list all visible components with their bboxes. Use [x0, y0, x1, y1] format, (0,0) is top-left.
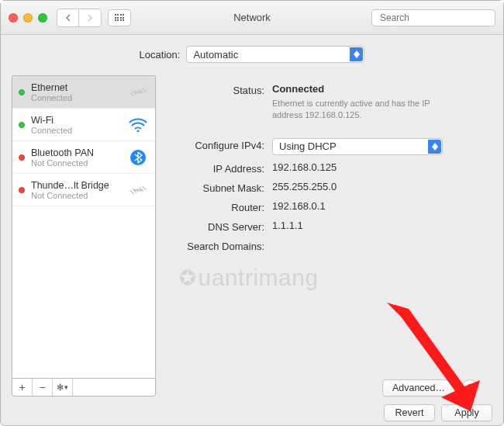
apply-button[interactable]: Apply	[441, 404, 492, 421]
subnet-mask-value: 255.255.255.0	[272, 181, 486, 192]
thunderbolt-bridge-icon	[127, 182, 149, 199]
service-name: Wi-Fi	[31, 115, 121, 126]
svg-point-8	[140, 189, 142, 191]
svg-point-5	[137, 130, 140, 132]
footer-buttons: Revert Apply	[1, 397, 503, 421]
chevron-down-icon: ▾	[64, 383, 68, 391]
location-value: Automatic	[193, 49, 238, 61]
help-button[interactable]: ?	[461, 379, 478, 397]
nav-back-button[interactable]	[57, 9, 79, 26]
svg-point-4	[134, 91, 136, 93]
details-pane: Status: Connected Ethernet is currently …	[164, 75, 492, 397]
advanced-button[interactable]: Advanced…	[382, 379, 455, 397]
service-status: Not Connected	[31, 158, 121, 168]
status-label: Status:	[164, 83, 272, 96]
wifi-icon	[127, 118, 149, 132]
sidebar-toolbar: + − ✻▾	[12, 378, 156, 397]
svg-point-3	[140, 91, 142, 93]
dns-server-value: 1.1.1.1	[272, 220, 486, 231]
nav-forward-button[interactable]	[79, 9, 101, 26]
ip-address-label: IP Address:	[164, 161, 272, 175]
service-item-bluetooth[interactable]: Bluetooth PAN Not Connected	[12, 141, 155, 174]
content-area: Ethernet Connected Wi-Fi	[1, 71, 503, 397]
service-name: Thunde…lt Bridge	[31, 180, 121, 191]
grid-icon	[115, 14, 125, 21]
service-list: Ethernet Connected Wi-Fi	[12, 75, 156, 378]
ip-address-value: 192.168.0.125	[272, 161, 486, 173]
service-status: Not Connected	[31, 191, 121, 200]
router-value: 192.168.0.1	[272, 200, 486, 212]
revert-button[interactable]: Revert	[384, 404, 435, 421]
service-status: Connected	[31, 126, 121, 135]
service-sidebar: Ethernet Connected Wi-Fi	[12, 75, 156, 397]
close-icon[interactable]	[9, 13, 18, 23]
configure-ipv4-select[interactable]: Using DHCP	[272, 138, 443, 155]
show-all-button[interactable]	[108, 9, 131, 26]
svg-point-7	[137, 189, 140, 191]
service-item-ethernet[interactable]: Ethernet Connected	[12, 76, 155, 109]
configure-label: Configure IPv4:	[164, 138, 272, 151]
location-select[interactable]: Automatic	[186, 46, 364, 63]
dns-server-label: DNS Server:	[164, 220, 272, 233]
gear-icon: ✻	[57, 383, 64, 393]
service-status: Connected	[31, 93, 121, 102]
zoom-icon[interactable]	[38, 13, 47, 23]
bluetooth-icon	[127, 149, 149, 166]
location-label: Location:	[140, 49, 181, 61]
service-item-wifi[interactable]: Wi-Fi Connected	[12, 109, 155, 141]
status-dot-icon	[19, 154, 25, 161]
service-name: Bluetooth PAN	[31, 147, 121, 158]
ethernet-icon	[127, 84, 149, 101]
service-actions-button[interactable]: ✻▾	[53, 379, 73, 396]
status-value: Connected	[272, 83, 486, 95]
titlebar: Network	[1, 1, 503, 35]
status-dot-icon	[19, 187, 25, 193]
minimize-icon[interactable]	[23, 13, 33, 23]
search-input[interactable]	[380, 12, 496, 23]
svg-point-2	[137, 91, 140, 93]
remove-service-button[interactable]: −	[33, 379, 53, 396]
service-item-thunderbolt[interactable]: Thunde…lt Bridge Not Connected	[12, 174, 155, 206]
subnet-mask-label: Subnet Mask:	[164, 181, 272, 194]
location-row: Location: Automatic	[1, 35, 503, 71]
nav-buttons	[57, 9, 102, 27]
status-dot-icon	[19, 89, 25, 95]
svg-point-9	[134, 189, 136, 191]
configure-value: Using DHCP	[279, 140, 337, 152]
router-label: Router:	[164, 200, 272, 213]
traffic-lights	[9, 13, 47, 23]
status-dot-icon	[19, 122, 25, 128]
status-substatus: Ethernet is currently active and has the…	[272, 98, 458, 121]
add-service-button[interactable]: +	[12, 379, 33, 396]
network-prefs-window: Network Location: Automatic Ethernet	[0, 0, 504, 426]
search-field[interactable]	[371, 9, 495, 26]
search-domains-label: Search Domains:	[164, 239, 272, 252]
service-name: Ethernet	[31, 82, 121, 93]
